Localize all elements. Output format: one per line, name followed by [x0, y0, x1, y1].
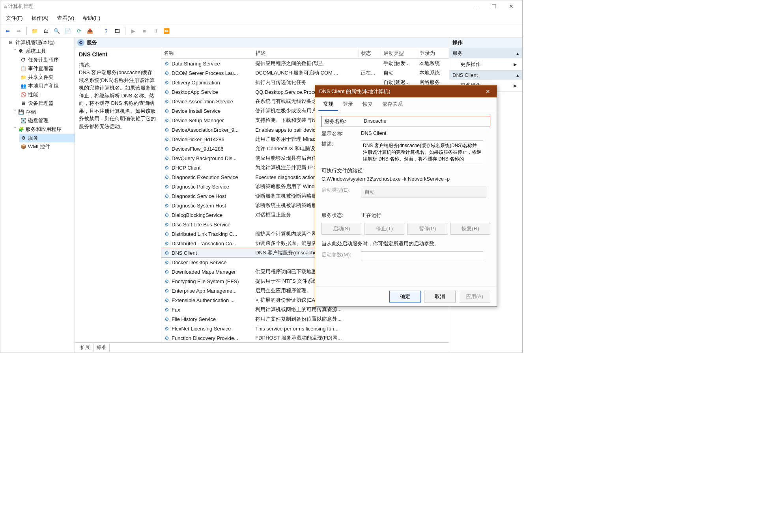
tree-item[interactable]: 👥本地用户和组 — [19, 82, 75, 90]
gear-icon: ⚙ — [164, 193, 170, 199]
status-label: 服务状态: — [321, 212, 361, 219]
tab-extended[interactable]: 扩展 — [77, 343, 93, 352]
service-status — [358, 314, 381, 324]
back-button[interactable]: ⬅ — [3, 26, 12, 35]
stop-button: 停止(T) — [364, 223, 404, 235]
tree-item[interactable]: ⚙服务 — [19, 134, 75, 142]
collapse-icon[interactable]: ▴ — [516, 72, 519, 78]
gear-icon: ⚙ — [164, 108, 170, 114]
toolbar-icon[interactable]: 🗔 — [112, 26, 122, 35]
play-icon[interactable]: ▶ — [129, 26, 138, 35]
menu-action[interactable]: 操作(A) — [30, 14, 50, 22]
gear-icon: ⚙ — [164, 325, 170, 332]
service-row[interactable]: ⚙FlexNet Licensing ServiceThis service p… — [161, 324, 449, 333]
detail-desc-label: 描述: — [79, 62, 157, 69]
tree-item[interactable]: 📦WMI 控件 — [19, 142, 75, 151]
param-label: 启动参数(M): — [321, 251, 361, 258]
service-desc: 提供应用程序之间的数据代理。 — [253, 59, 358, 69]
restart-icon[interactable]: ⏩ — [162, 26, 171, 35]
gear-icon: ⚙ — [164, 174, 170, 180]
actions-title: 操作 — [449, 37, 522, 48]
tree-item[interactable]: ⏱任务计划程序 — [19, 56, 75, 64]
menu-file[interactable]: 文件(F) — [4, 14, 24, 22]
col-start[interactable]: 启动类型 — [381, 48, 417, 59]
tab-standard[interactable]: 标准 — [93, 343, 110, 352]
ok-button[interactable]: 确定 — [389, 291, 421, 302]
maximize-button[interactable]: ☐ — [485, 1, 503, 12]
toolbar-icon[interactable]: 📁 — [30, 26, 39, 35]
service-name: DNS Client — [172, 250, 197, 256]
service-name: Extensible Authentication ... — [172, 297, 235, 303]
service-login: 本地系统 — [417, 68, 448, 78]
service-name: Encrypting File System (EFS) — [172, 278, 239, 284]
stop-icon[interactable]: ■ — [140, 26, 149, 35]
cancel-button[interactable]: 取消 — [424, 291, 456, 302]
toolbar-icon[interactable]: 📤 — [85, 26, 95, 35]
gear-icon: ⚙ — [164, 146, 170, 152]
forward-button[interactable]: ➡ — [14, 26, 23, 35]
tab-dependencies[interactable]: 依存关系 — [377, 97, 407, 111]
gear-icon: ⚙ — [164, 79, 170, 86]
dialog-close-button[interactable]: ✕ — [483, 88, 493, 95]
tree-group[interactable]: ˅🧩服务和应用程序 — [13, 125, 75, 134]
service-row[interactable]: ⚙File History Service将用户文件复制到备份位置以防意外... — [161, 314, 449, 324]
tree-item[interactable]: 🖥设备管理器 — [19, 99, 75, 108]
tree-item[interactable]: 🚫性能 — [19, 90, 75, 99]
path-label: 可执行文件的路径: — [321, 167, 490, 174]
service-name: DialogBlockingService — [172, 212, 222, 218]
pause-button: 暂停(P) — [407, 223, 447, 235]
service-row[interactable]: ⚙DCOM Server Process Lau...DCOMLAUNCH 服务… — [161, 68, 449, 78]
path-value: C:\Windows\system32\svchost.exe -k Netwo… — [321, 176, 490, 182]
tree-item[interactable]: 📋事件查看器 — [19, 64, 75, 73]
help-icon[interactable]: ? — [101, 26, 111, 35]
service-desc: This service performs licensing fun... — [253, 324, 358, 333]
apply-button[interactable]: 应用(A) — [459, 291, 490, 302]
gear-icon: ⚙ — [164, 335, 170, 341]
col-desc[interactable]: 描述 — [253, 48, 358, 59]
service-row[interactable]: ⚙Function Discovery Provide...FDPHOST 服务… — [161, 333, 449, 342]
service-login — [417, 314, 448, 324]
gear-icon: ⚙ — [164, 269, 170, 275]
col-login[interactable]: 登录为 — [417, 48, 448, 59]
toolbar-icon[interactable]: 🔍 — [52, 26, 62, 35]
startup-type-select[interactable]: 自动 — [361, 187, 486, 198]
action-block-title: 服务 — [452, 50, 463, 57]
service-name: Docker Desktop Service — [172, 259, 226, 265]
tree-item[interactable]: 📁共享文件夹 — [19, 73, 75, 82]
service-row[interactable]: ⚙Data Sharing Service提供应用程序之间的数据代理。手动(触发… — [161, 59, 449, 69]
close-button[interactable]: ✕ — [503, 1, 520, 12]
col-name[interactable]: 名称 — [161, 48, 253, 59]
gear-icon: ⚙ — [164, 117, 170, 123]
collapse-icon[interactable]: ▴ — [516, 50, 519, 56]
gear-icon: ⚙ — [164, 316, 170, 322]
tab-recovery[interactable]: 恢复 — [358, 97, 377, 111]
gear-icon: ⚙ — [164, 136, 170, 142]
service-login — [417, 324, 448, 333]
menu-view[interactable]: 查看(V) — [56, 14, 76, 22]
service-status — [358, 59, 381, 69]
refresh-icon[interactable]: ⟳ — [74, 26, 84, 35]
toolbar-icon[interactable]: 🗂 — [41, 26, 50, 35]
action-more[interactable]: 更多操作▶ — [449, 58, 522, 70]
tree-root[interactable]: 🖥计算机管理(本地) — [7, 38, 75, 47]
menu-help[interactable]: 帮助(H) — [81, 14, 102, 22]
gear-icon: ⚙ — [164, 89, 170, 95]
toolbar-icon[interactable]: 📄 — [63, 26, 73, 35]
tab-logon[interactable]: 登录 — [338, 97, 358, 111]
gear-icon: ⚙ — [164, 250, 170, 256]
tree-group[interactable]: ˅💾存储 — [13, 108, 75, 116]
gear-icon: ⚙ — [164, 164, 170, 171]
tab-general[interactable]: 常规 — [318, 97, 338, 111]
tree-group[interactable]: ˅🛠系统工具 — [13, 47, 75, 56]
tree-item[interactable]: 💽磁盘管理 — [19, 116, 75, 125]
gear-icon: ⚙ — [164, 98, 170, 105]
pause-icon[interactable]: ⏸ — [151, 26, 160, 35]
minimize-button[interactable]: — — [468, 1, 485, 12]
service-name: DesktopApp Service — [172, 89, 218, 95]
service-name: File History Service — [172, 316, 216, 322]
col-status[interactable]: 状态 — [358, 48, 381, 59]
startup-type-label: 启动类型(E): — [321, 187, 361, 194]
desc-textarea[interactable] — [361, 140, 483, 164]
gear-icon: ⚙ — [164, 212, 170, 218]
app-icon: 🖥 — [3, 4, 8, 9]
